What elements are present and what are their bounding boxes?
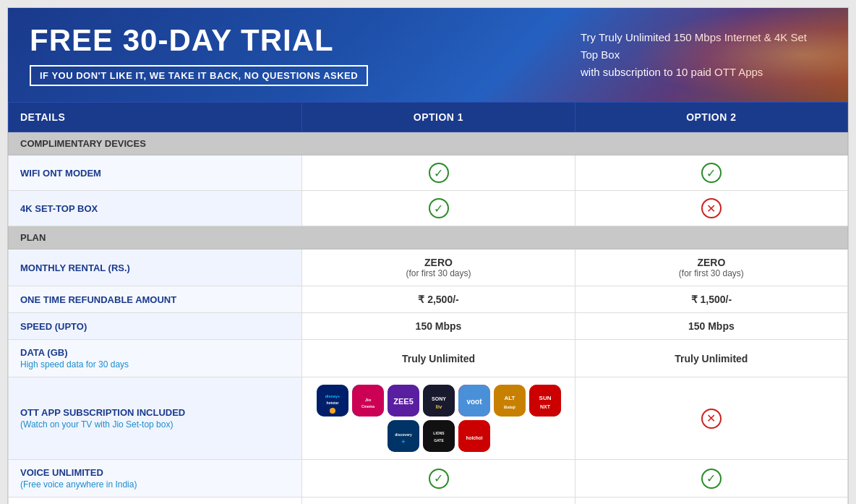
app-jiocinema: Jio Cinema — [352, 385, 384, 417]
check-icon: ✓ — [701, 469, 722, 489]
comparison-table: DETAILS OPTION 1 OPTION 2 COMPLIMENTARY … — [8, 102, 848, 504]
cell-wifi-opt2: ✓ — [575, 155, 847, 191]
footer-book-opt2: Book Now — [575, 497, 847, 505]
cross-icon: ✕ — [701, 198, 722, 218]
svg-text:discovery: discovery — [395, 432, 412, 437]
svg-text:Cinema: Cinema — [361, 404, 374, 409]
cell-ott-label: OTT APP SUBSCRIPTION INCLUDED (Watch on … — [9, 377, 302, 460]
row-one-time: ONE TIME REFUNDABLE AMOUNT ₹ 2,500/- ₹ 1… — [9, 286, 848, 313]
cell-speed-opt2: 150 Mbps — [575, 313, 847, 340]
row-voice: VOICE UNLIMITED (Free voice anywhere in … — [9, 460, 848, 497]
svg-text:+: + — [401, 438, 405, 445]
row-wifi-modem: WIFI ONT MODEM ✓ ✓ — [9, 155, 848, 191]
cell-rental-opt1: ZERO (for first 30 days) — [302, 249, 575, 286]
cell-otr-label: ONE TIME REFUNDABLE AMOUNT — [9, 286, 302, 313]
svg-text:voot: voot — [466, 398, 482, 406]
cell-speed-label: SPEED (UPTO) — [9, 313, 302, 340]
app-zee5: ZEE5 — [388, 385, 419, 417]
banner: FREE 30-DAY TRIAL IF YOU DON'T LIKE IT, … — [8, 8, 848, 102]
app-hoichoi: hoichoi — [458, 420, 490, 452]
row-ott: OTT APP SUBSCRIPTION INCLUDED (Watch on … — [9, 377, 848, 460]
svg-text:hoichoi: hoichoi — [466, 435, 482, 440]
cell-speed-opt1: 150 Mbps — [302, 313, 575, 340]
check-icon: ✓ — [701, 163, 722, 183]
cell-voice-label: VOICE UNLIMITED (Free voice anywhere in … — [9, 460, 302, 497]
cell-wifi-label: WIFI ONT MODEM — [9, 155, 302, 191]
svg-text:Jio: Jio — [364, 398, 371, 402]
cell-stb-opt1: ✓ — [302, 191, 575, 226]
app-disney-hotstar: disney+ hotstar — [317, 385, 348, 417]
cell-rental-opt2: ZERO (for first 30 days) — [575, 249, 847, 286]
cell-otr-opt2: ₹ 1,500/- — [575, 286, 847, 313]
main-container: FREE 30-DAY TRIAL IF YOU DON'T LIKE IT, … — [7, 7, 849, 504]
footer-book-opt1: Book Now — [302, 497, 575, 505]
header-details: DETAILS — [9, 103, 302, 132]
row-monthly-rental: MONTHLY RENTAL (RS.) ZERO (for first 30 … — [9, 249, 848, 286]
cell-ott-opt1: disney+ hotstar Jio Cinema — [302, 377, 575, 460]
banner-title: FREE 30-DAY TRIAL — [30, 24, 552, 57]
svg-text:ZEE5: ZEE5 — [393, 397, 414, 406]
svg-text:hotstar: hotstar — [326, 401, 338, 405]
app-sonyliv: SONY liv — [423, 385, 455, 417]
check-icon: ✓ — [429, 163, 449, 183]
cell-data-opt2: Truly Unlimited — [575, 340, 847, 377]
svg-text:NXT: NXT — [540, 404, 551, 409]
svg-rect-23 — [423, 420, 455, 452]
svg-text:Balaji: Balaji — [503, 405, 515, 409]
svg-text:disney+: disney+ — [325, 394, 340, 398]
section-plan: PLAN — [9, 226, 848, 249]
app-discovery-plus: discovery + — [388, 420, 419, 452]
ott-app-grid: disney+ hotstar Jio Cinema — [314, 385, 562, 452]
cross-icon: ✕ — [701, 409, 722, 429]
cell-stb-label: 4K SET-TOP BOX — [9, 191, 302, 226]
cell-data-opt1: Truly Unlimited — [302, 340, 575, 377]
cell-voice-opt1: ✓ — [302, 460, 575, 497]
row-speed: SPEED (UPTO) 150 Mbps 150 Mbps — [9, 313, 848, 340]
table-header: DETAILS OPTION 1 OPTION 2 — [9, 103, 848, 132]
section-complimentary: COMPLIMENTARY DEVICES — [9, 132, 848, 155]
header-option2: OPTION 2 — [575, 103, 847, 132]
svg-text:SUN: SUN — [539, 395, 551, 401]
app-altbalaji: ALT Balaji — [494, 385, 526, 417]
cell-voice-opt2: ✓ — [575, 460, 847, 497]
cell-ott-opt2: ✕ — [575, 377, 847, 460]
row-set-top-box: 4K SET-TOP BOX ✓ ✕ — [9, 191, 848, 226]
app-voot: voot — [458, 385, 490, 417]
svg-text:LIONS: LIONS — [433, 431, 445, 435]
banner-left: FREE 30-DAY TRIAL IF YOU DON'T LIKE IT, … — [30, 24, 552, 85]
cell-otr-opt1: ₹ 2,500/- — [302, 286, 575, 313]
footer-empty — [9, 497, 302, 505]
svg-text:GATE: GATE — [434, 438, 444, 443]
app-sunnxt: SUN NXT — [529, 385, 561, 417]
cell-data-label: DATA (GB) High speed data for 30 days — [9, 340, 302, 377]
cell-wifi-opt1: ✓ — [302, 155, 575, 191]
cell-stb-opt2: ✕ — [575, 191, 847, 226]
header-option1: OPTION 1 — [302, 103, 575, 132]
svg-text:liv: liv — [435, 403, 442, 410]
check-icon: ✓ — [429, 469, 449, 489]
app-lionsgate: LIONS GATE — [423, 420, 455, 452]
footer-row: Book Now Book Now — [9, 497, 848, 505]
row-data: DATA (GB) High speed data for 30 days Tr… — [9, 340, 848, 377]
svg-text:SONY: SONY — [432, 396, 446, 401]
cell-rental-label: MONTHLY RENTAL (RS.) — [9, 249, 302, 286]
svg-text:ALT: ALT — [504, 395, 515, 401]
svg-point-3 — [330, 408, 335, 414]
banner-subtitle: IF YOU DON'T LIKE IT, WE TAKE IT BACK, N… — [30, 65, 368, 86]
banner-description: Try Truly Unlimited 150 Mbps Internet & … — [581, 29, 826, 81]
check-icon: ✓ — [429, 198, 449, 218]
